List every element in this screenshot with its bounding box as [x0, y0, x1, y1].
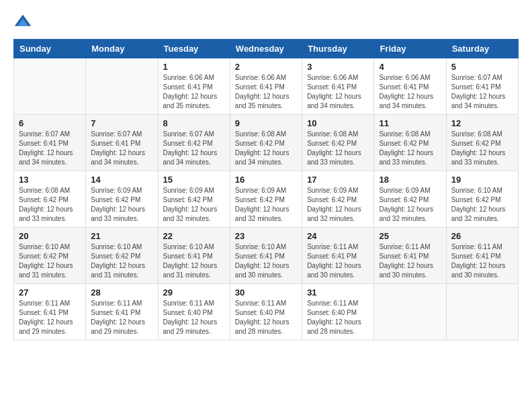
cell-info: Sunrise: 6:09 AM Sunset: 6:42 PM Dayligh… [91, 186, 152, 224]
cell-info: Sunrise: 6:11 AM Sunset: 6:41 PM Dayligh… [91, 299, 152, 336]
day-number: 22 [163, 231, 225, 241]
calendar-cell: 31Sunrise: 6:11 AM Sunset: 6:40 PM Dayli… [302, 284, 374, 340]
calendar-cell: 29Sunrise: 6:11 AM Sunset: 6:40 PM Dayli… [158, 284, 230, 340]
day-number: 5 [451, 62, 513, 72]
cell-info: Sunrise: 6:11 AM Sunset: 6:41 PM Dayligh… [19, 299, 81, 336]
cell-info: Sunrise: 6:09 AM Sunset: 6:42 PM Dayligh… [235, 186, 297, 224]
day-number: 3 [307, 62, 369, 72]
day-number: 29 [163, 287, 225, 298]
calendar-week-1: 1Sunrise: 6:06 AM Sunset: 6:41 PM Daylig… [14, 58, 519, 115]
day-number: 20 [19, 231, 81, 241]
day-number: 1 [163, 62, 225, 72]
calendar-cell: 3Sunrise: 6:06 AM Sunset: 6:41 PM Daylig… [302, 58, 374, 115]
day-number: 6 [19, 118, 81, 128]
calendar-cell [374, 284, 446, 340]
calendar-cell: 9Sunrise: 6:08 AM Sunset: 6:42 PM Daylig… [230, 115, 302, 171]
day-number: 7 [91, 118, 152, 128]
cell-info: Sunrise: 6:08 AM Sunset: 6:42 PM Dayligh… [379, 130, 441, 167]
calendar-cell: 23Sunrise: 6:10 AM Sunset: 6:41 PM Dayli… [230, 228, 302, 284]
calendar-body: 1Sunrise: 6:06 AM Sunset: 6:41 PM Daylig… [14, 58, 519, 340]
day-number: 24 [307, 231, 369, 241]
cell-info: Sunrise: 6:10 AM Sunset: 6:41 PM Dayligh… [163, 242, 225, 280]
day-number: 8 [163, 118, 225, 128]
calendar-cell: 11Sunrise: 6:08 AM Sunset: 6:42 PM Dayli… [374, 115, 446, 171]
calendar-header-row: SundayMondayTuesdayWednesdayThursdayFrid… [14, 40, 519, 58]
cell-info: Sunrise: 6:10 AM Sunset: 6:42 PM Dayligh… [451, 186, 513, 224]
calendar-week-5: 27Sunrise: 6:11 AM Sunset: 6:41 PM Dayli… [14, 284, 519, 340]
cell-info: Sunrise: 6:10 AM Sunset: 6:42 PM Dayligh… [91, 242, 152, 280]
calendar-cell: 22Sunrise: 6:10 AM Sunset: 6:41 PM Dayli… [158, 228, 230, 284]
calendar-cell: 30Sunrise: 6:11 AM Sunset: 6:40 PM Dayli… [230, 284, 302, 340]
day-number: 30 [235, 287, 297, 298]
cell-info: Sunrise: 6:07 AM Sunset: 6:42 PM Dayligh… [163, 130, 225, 167]
calendar-cell: 14Sunrise: 6:09 AM Sunset: 6:42 PM Dayli… [86, 171, 158, 228]
day-number: 25 [379, 231, 441, 241]
calendar-cell: 10Sunrise: 6:08 AM Sunset: 6:42 PM Dayli… [302, 115, 374, 171]
calendar-cell: 8Sunrise: 6:07 AM Sunset: 6:42 PM Daylig… [158, 115, 230, 171]
calendar-cell: 20Sunrise: 6:10 AM Sunset: 6:42 PM Dayli… [14, 228, 86, 284]
day-number: 11 [379, 118, 441, 128]
calendar-cell: 7Sunrise: 6:07 AM Sunset: 6:41 PM Daylig… [86, 115, 158, 171]
cell-info: Sunrise: 6:09 AM Sunset: 6:42 PM Dayligh… [307, 186, 369, 224]
day-number: 15 [163, 175, 225, 185]
day-number: 14 [91, 175, 152, 185]
logo-icon [13, 13, 32, 32]
weekday-header-wednesday: Wednesday [230, 40, 302, 58]
cell-info: Sunrise: 6:09 AM Sunset: 6:42 PM Dayligh… [379, 186, 441, 224]
calendar-cell [86, 58, 158, 115]
cell-info: Sunrise: 6:11 AM Sunset: 6:40 PM Dayligh… [307, 299, 369, 336]
calendar-cell: 28Sunrise: 6:11 AM Sunset: 6:41 PM Dayli… [86, 284, 158, 340]
day-number: 2 [235, 62, 297, 72]
cell-info: Sunrise: 6:06 AM Sunset: 6:41 PM Dayligh… [163, 73, 225, 111]
day-number: 13 [19, 175, 81, 185]
logo [13, 13, 35, 32]
day-number: 28 [91, 287, 152, 298]
day-number: 4 [379, 62, 441, 72]
cell-info: Sunrise: 6:08 AM Sunset: 6:42 PM Dayligh… [19, 186, 81, 224]
calendar-cell [14, 58, 86, 115]
day-number: 27 [19, 287, 81, 298]
weekday-header-monday: Monday [86, 40, 158, 58]
page-header [13, 13, 519, 32]
day-number: 10 [307, 118, 369, 128]
calendar-cell: 18Sunrise: 6:09 AM Sunset: 6:42 PM Dayli… [374, 171, 446, 228]
day-number: 21 [91, 231, 152, 241]
calendar-cell: 26Sunrise: 6:11 AM Sunset: 6:41 PM Dayli… [446, 228, 518, 284]
cell-info: Sunrise: 6:11 AM Sunset: 6:40 PM Dayligh… [235, 299, 297, 336]
calendar-week-4: 20Sunrise: 6:10 AM Sunset: 6:42 PM Dayli… [14, 228, 519, 284]
calendar-cell: 1Sunrise: 6:06 AM Sunset: 6:41 PM Daylig… [158, 58, 230, 115]
calendar-cell: 16Sunrise: 6:09 AM Sunset: 6:42 PM Dayli… [230, 171, 302, 228]
weekday-header-friday: Friday [374, 40, 446, 58]
day-number: 26 [451, 231, 513, 241]
cell-info: Sunrise: 6:11 AM Sunset: 6:40 PM Dayligh… [163, 299, 225, 336]
cell-info: Sunrise: 6:11 AM Sunset: 6:41 PM Dayligh… [307, 242, 369, 280]
cell-info: Sunrise: 6:07 AM Sunset: 6:41 PM Dayligh… [19, 130, 81, 167]
day-number: 31 [307, 287, 369, 298]
cell-info: Sunrise: 6:09 AM Sunset: 6:42 PM Dayligh… [163, 186, 225, 224]
cell-info: Sunrise: 6:08 AM Sunset: 6:42 PM Dayligh… [307, 130, 369, 167]
calendar-cell: 24Sunrise: 6:11 AM Sunset: 6:41 PM Dayli… [302, 228, 374, 284]
cell-info: Sunrise: 6:07 AM Sunset: 6:41 PM Dayligh… [451, 73, 513, 111]
day-number: 9 [235, 118, 297, 128]
cell-info: Sunrise: 6:11 AM Sunset: 6:41 PM Dayligh… [379, 242, 441, 280]
calendar-cell: 19Sunrise: 6:10 AM Sunset: 6:42 PM Dayli… [446, 171, 518, 228]
cell-info: Sunrise: 6:11 AM Sunset: 6:41 PM Dayligh… [451, 242, 513, 280]
cell-info: Sunrise: 6:10 AM Sunset: 6:41 PM Dayligh… [235, 242, 297, 280]
calendar-cell: 27Sunrise: 6:11 AM Sunset: 6:41 PM Dayli… [14, 284, 86, 340]
calendar-table: SundayMondayTuesdayWednesdayThursdayFrid… [13, 39, 519, 340]
cell-info: Sunrise: 6:06 AM Sunset: 6:41 PM Dayligh… [235, 73, 297, 111]
calendar-cell [446, 284, 518, 340]
calendar-week-2: 6Sunrise: 6:07 AM Sunset: 6:41 PM Daylig… [14, 115, 519, 171]
calendar-cell: 21Sunrise: 6:10 AM Sunset: 6:42 PM Dayli… [86, 228, 158, 284]
day-number: 18 [379, 175, 441, 185]
calendar-cell: 15Sunrise: 6:09 AM Sunset: 6:42 PM Dayli… [158, 171, 230, 228]
day-number: 19 [451, 175, 513, 185]
day-number: 12 [451, 118, 513, 128]
cell-info: Sunrise: 6:08 AM Sunset: 6:42 PM Dayligh… [451, 130, 513, 167]
calendar-cell: 6Sunrise: 6:07 AM Sunset: 6:41 PM Daylig… [14, 115, 86, 171]
day-number: 17 [307, 175, 369, 185]
cell-info: Sunrise: 6:10 AM Sunset: 6:42 PM Dayligh… [19, 242, 81, 280]
weekday-header-saturday: Saturday [446, 40, 518, 58]
day-number: 23 [235, 231, 297, 241]
calendar-cell: 13Sunrise: 6:08 AM Sunset: 6:42 PM Dayli… [14, 171, 86, 228]
